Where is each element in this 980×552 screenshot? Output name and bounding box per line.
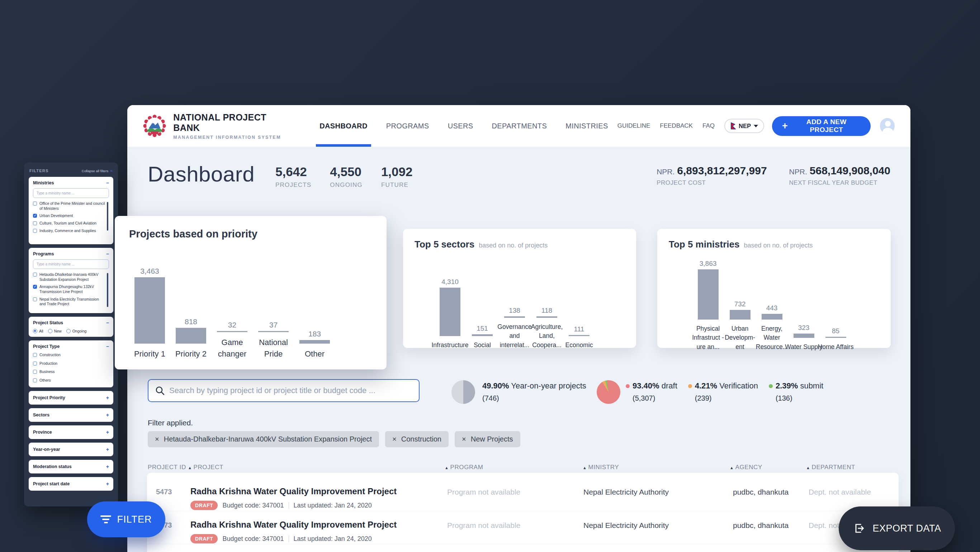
bar-value: 3,463: [140, 267, 159, 275]
legend-count: (5,307): [633, 394, 677, 402]
checkbox[interactable]: [33, 202, 37, 205]
nav-item-programs[interactable]: PROGRAMS: [386, 105, 429, 147]
header-link-guideline[interactable]: GUIDELINE: [617, 122, 651, 129]
filter-chip[interactable]: Hetauda-Dhalkebar-Inaruwa 400kV Substati…: [148, 431, 379, 447]
scrollbar-thumb[interactable]: [107, 202, 108, 231]
collapse-toggle-icon[interactable]: −: [106, 320, 109, 325]
collapse-toggle-icon[interactable]: −: [106, 180, 109, 185]
checkbox-checked[interactable]: [33, 214, 37, 218]
filter-search-input[interactable]: [33, 259, 109, 269]
expand-toggle-icon[interactable]: +: [106, 481, 109, 486]
option-label: Industry, Commerce and Supplies: [40, 229, 96, 234]
option-label: Office of the Prime Minister and council…: [40, 201, 105, 211]
close-icon[interactable]: [462, 435, 466, 443]
nav-item-users[interactable]: USERS: [448, 105, 473, 147]
legend-label: draft: [659, 381, 677, 391]
legend-dot: [688, 384, 692, 388]
chart-column: 3,463Priority 1: [129, 266, 170, 360]
column-header-program[interactable]: PROGRAM: [445, 464, 484, 471]
checkbox[interactable]: [33, 229, 37, 233]
table-row[interactable]: 5473Radha Krishna Water Quality Improvem…: [147, 544, 899, 552]
user-avatar[interactable]: [880, 118, 895, 134]
filter-checkbox-option[interactable]: Others: [33, 378, 109, 383]
radio-option-ongoing[interactable]: Ongoing: [66, 329, 87, 333]
checkbox[interactable]: [33, 353, 37, 357]
draft-badge: DRAFT: [190, 501, 218, 510]
sectors-chart-title: Top 5 sectors: [415, 239, 474, 250]
table-row[interactable]: 5473Radha Krishna Water Quality Improvem…: [147, 511, 899, 544]
radio[interactable]: [48, 329, 52, 333]
collapse-toggle-icon[interactable]: −: [106, 344, 109, 349]
column-header-department[interactable]: DEPARTMENT: [806, 464, 855, 471]
checkbox[interactable]: [33, 361, 37, 366]
checkbox[interactable]: [33, 297, 37, 301]
filter-checkbox-option[interactable]: Nepal India Electricity Transmission and…: [33, 297, 105, 307]
table-row[interactable]: 5473Radha Krishna Water Quality Improvem…: [147, 478, 899, 511]
filter-checkbox-option[interactable]: Office of the Prime Minister and council…: [33, 201, 105, 211]
nav-item-dashboard[interactable]: DASHBOARD: [320, 105, 368, 147]
option-label: Production: [40, 361, 57, 366]
budget-label: PROJECT COST: [657, 179, 767, 186]
close-icon[interactable]: [392, 435, 396, 443]
cell-ministry: Nepal Electricity Authority: [584, 488, 669, 496]
filter-chip[interactable]: Construction: [385, 431, 449, 447]
cell-department: Dept. not available: [808, 488, 871, 496]
bar-value: 118: [541, 307, 552, 315]
column-header-project-id[interactable]: PROJECT ID: [148, 464, 186, 471]
radio[interactable]: [66, 329, 71, 333]
expand-toggle-icon[interactable]: +: [106, 430, 109, 435]
priority-bar-chart: 3,463Priority 1818Priority 232Game chang…: [129, 254, 372, 360]
filter-checkbox-option[interactable]: Construction: [33, 353, 109, 358]
checkbox[interactable]: [33, 273, 37, 277]
header-right: GUIDELINEFEEDBACKFAQ NEP ADD A NEW PROJE…: [617, 116, 895, 136]
ministries-chart-title: Top 5 ministries: [669, 239, 740, 250]
option-label: New: [54, 329, 62, 333]
add-new-project-button[interactable]: ADD A NEW PROJECT: [772, 116, 871, 136]
filter-button[interactable]: FILTER: [87, 501, 165, 537]
header-link-faq[interactable]: FAQ: [702, 122, 715, 129]
filter-search-input[interactable]: [33, 188, 109, 198]
checkbox-checked[interactable]: [33, 285, 37, 289]
header-link-feedback[interactable]: FEEDBACK: [660, 122, 693, 129]
expand-toggle-icon[interactable]: +: [106, 395, 109, 400]
checkbox[interactable]: [33, 379, 37, 382]
filter-chip[interactable]: New Projects: [455, 431, 520, 447]
column-header-ministry[interactable]: MINISTRY: [583, 464, 619, 471]
filter-checkbox-option[interactable]: Business: [33, 369, 109, 374]
filter-section-title: Project Type: [33, 344, 59, 349]
collapse-toggle-icon[interactable]: −: [106, 251, 109, 256]
nav-item-departments[interactable]: DEPARTMENTS: [492, 105, 547, 147]
header-links: GUIDELINEFEEDBACKFAQ: [617, 122, 724, 129]
checkbox[interactable]: [33, 370, 37, 374]
filter-checkbox-option[interactable]: Production: [33, 361, 109, 366]
summary-row: Dashboard 5,642PROJECTS4,550ONGOING1,092…: [127, 147, 910, 189]
expand-toggle-icon[interactable]: +: [106, 464, 109, 469]
filter-checkbox-option[interactable]: Urban Development: [33, 213, 105, 218]
bar: [176, 328, 206, 344]
filter-checkbox-option[interactable]: Industry, Commerce and Supplies: [33, 229, 105, 234]
radio-option-all[interactable]: All: [33, 329, 43, 333]
bar-label: National Pride: [253, 337, 294, 360]
expand-toggle-icon[interactable]: +: [106, 447, 109, 452]
checkbox[interactable]: [33, 221, 37, 225]
expand-toggle-icon[interactable]: +: [106, 412, 109, 417]
collapse-all-filters-link[interactable]: Collapse all filters: [82, 168, 113, 173]
language-selector[interactable]: NEP: [724, 119, 764, 133]
nav-item-ministries[interactable]: MINISTRIES: [565, 105, 608, 147]
column-label: PROJECT: [194, 464, 224, 471]
currency-prefix: NPR.: [657, 167, 675, 176]
bar-value: 323: [798, 324, 810, 332]
column-header-project[interactable]: PROJECT: [188, 464, 223, 471]
filter-checkbox-option[interactable]: Culture, Tourism and Civil Aviation: [33, 221, 105, 226]
export-data-button[interactable]: EXPORT DATA: [839, 506, 955, 550]
bar: [472, 334, 493, 336]
cell-project-title: Radha Krishna Water Quality Improvement …: [190, 486, 396, 496]
filter-checkbox-option[interactable]: Annapurna Dhungesaghu 132kV Transmission…: [33, 285, 105, 294]
filter-checkbox-option[interactable]: Hetauda-Dhalkebar-Inaruwa 400kV Substati…: [33, 272, 105, 282]
search-input[interactable]: [169, 386, 412, 395]
radio-option-new[interactable]: New: [48, 329, 62, 333]
close-icon[interactable]: [155, 435, 159, 443]
radio-selected[interactable]: [33, 329, 37, 333]
scrollbar-thumb[interactable]: [107, 273, 108, 307]
column-header-agency[interactable]: AGENCY: [730, 464, 762, 471]
